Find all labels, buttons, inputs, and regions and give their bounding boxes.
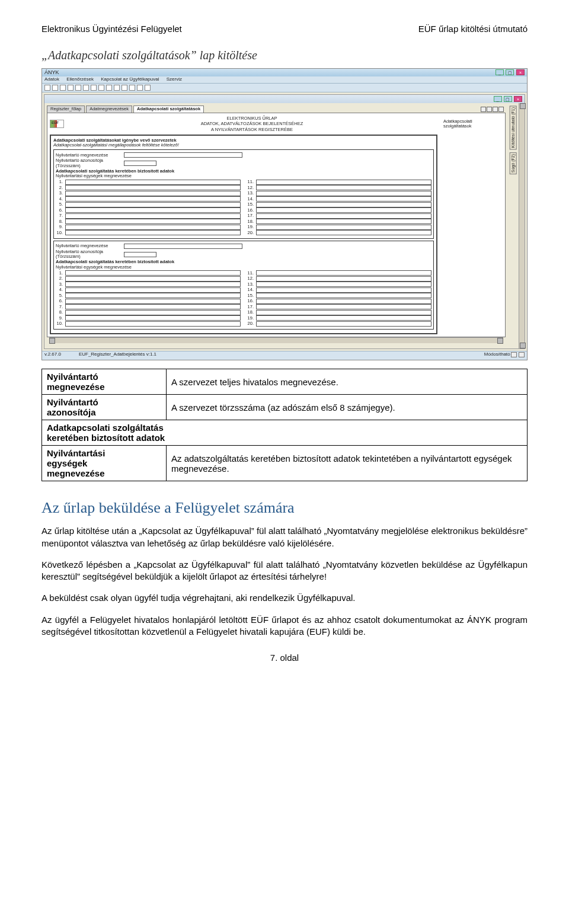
grid-input[interactable] bbox=[256, 287, 431, 293]
input-azonosito[interactable] bbox=[124, 161, 156, 166]
grid-input[interactable] bbox=[65, 225, 241, 230]
grid-input[interactable] bbox=[256, 293, 431, 298]
tbl-value: A szervezet teljes hivatalos megnevezése… bbox=[167, 369, 528, 395]
grid-input[interactable] bbox=[256, 315, 431, 321]
grid-input[interactable] bbox=[256, 282, 431, 287]
grid-input[interactable] bbox=[256, 270, 431, 276]
grid-input[interactable] bbox=[256, 213, 431, 219]
tbl-label: Nyilvántartó megnevezése bbox=[42, 369, 167, 395]
toolbar-icon[interactable] bbox=[44, 85, 50, 91]
grid-input[interactable] bbox=[65, 180, 241, 185]
grid-input[interactable] bbox=[65, 185, 241, 190]
grid-input[interactable] bbox=[65, 310, 241, 315]
grid-input[interactable] bbox=[256, 191, 431, 196]
form-right-2: szolgáltatások bbox=[443, 124, 503, 129]
maximize-icon[interactable]: ▢ bbox=[506, 69, 514, 75]
grid-input[interactable] bbox=[256, 196, 431, 202]
toolbar-icon[interactable] bbox=[60, 85, 66, 91]
grid-input[interactable] bbox=[256, 299, 431, 304]
toolbar-icon[interactable] bbox=[83, 85, 89, 91]
input-megnevezes[interactable] bbox=[124, 244, 242, 249]
grid-input[interactable] bbox=[65, 196, 241, 202]
form-content: ELEKTRONIKUS ŰRLAP ADATOK, ADATVÁLTOZÁSO… bbox=[47, 113, 506, 338]
grid-input[interactable] bbox=[65, 219, 241, 224]
grid-input[interactable] bbox=[256, 230, 431, 235]
grid-input[interactable] bbox=[256, 207, 431, 213]
toolbar-icon[interactable] bbox=[106, 85, 112, 91]
grid-input[interactable] bbox=[256, 225, 431, 230]
label-torzsszam: (Törzsszám) bbox=[56, 164, 121, 168]
grid-list: 1.2.3.4.5.6.7.8.9.10.11.12.13.14.15.16.1… bbox=[56, 179, 431, 236]
menu-kapcsolat[interactable]: Kapcsolat az Ügyfélkapuval bbox=[101, 76, 159, 82]
tab-adatmegnevezesek[interactable]: Adatmegnevezések bbox=[86, 105, 132, 112]
status-file: EUF_Regiszter_Adatbejelentés v:1.1 bbox=[61, 352, 484, 359]
grid-input[interactable] bbox=[65, 276, 241, 282]
description-table: Nyilvántartó megnevezése A szervezet tel… bbox=[41, 369, 528, 481]
inner-maximize-icon[interactable]: ▢ bbox=[504, 96, 512, 102]
status-state: Módosítható bbox=[484, 352, 510, 359]
label-egysegek: Nyilvántartási egységek megnevezése bbox=[56, 174, 431, 178]
grid-input[interactable] bbox=[65, 207, 241, 213]
toolbar-icon[interactable] bbox=[68, 85, 73, 91]
input-megnevezes[interactable] bbox=[124, 152, 242, 158]
close-icon[interactable]: × bbox=[516, 69, 525, 75]
doc-header-right: EÜF űrlap kitöltési útmutató bbox=[418, 24, 528, 34]
grid-input[interactable] bbox=[65, 293, 241, 298]
grid-input[interactable] bbox=[256, 304, 431, 309]
toolbar bbox=[42, 83, 527, 92]
side-tab-utmutato[interactable]: Kitöltési útmutató (F1) bbox=[510, 105, 517, 149]
grid-input[interactable] bbox=[65, 202, 241, 207]
menu-adatok[interactable]: Adatok bbox=[44, 76, 59, 82]
menu-szerviz[interactable]: Szerviz bbox=[167, 76, 182, 82]
grid-input[interactable] bbox=[256, 202, 431, 207]
toolbar-icon[interactable] bbox=[137, 85, 143, 91]
toolbar-icon[interactable] bbox=[91, 85, 97, 91]
grid-input[interactable] bbox=[256, 219, 431, 224]
grid-input[interactable] bbox=[65, 315, 241, 321]
grid-input[interactable] bbox=[65, 191, 241, 196]
grid-input[interactable] bbox=[65, 299, 241, 304]
grid-input[interactable] bbox=[65, 321, 241, 327]
tab-adatkapcsolati[interactable]: Adatkapcsolati szolgáltatások bbox=[133, 105, 204, 112]
form-heading-3: A NYILVÁNTARTÁSOK REGISZTERÉBE bbox=[66, 127, 437, 133]
nav-next-icon[interactable] bbox=[493, 107, 498, 112]
grid-input[interactable] bbox=[256, 180, 431, 185]
vertical-scrollbar[interactable] bbox=[519, 103, 525, 349]
grid-input[interactable] bbox=[256, 321, 431, 327]
horizontal-scrollbar[interactable] bbox=[49, 337, 503, 343]
section-note: Adatkapcsolat-szolgáltatási megállapodás… bbox=[53, 143, 434, 148]
toolbar-icon[interactable] bbox=[129, 85, 135, 91]
grid-input[interactable] bbox=[256, 276, 431, 282]
nav-first-icon[interactable] bbox=[481, 107, 486, 112]
grid-input[interactable] bbox=[65, 213, 241, 219]
doc-header-left: Elektronikus Ügyintézési Felügyelet bbox=[41, 24, 182, 34]
tbl-value: A szervezet törzsszáma (az adószám első … bbox=[167, 395, 528, 420]
nav-last-icon[interactable] bbox=[498, 107, 504, 112]
grid-input[interactable] bbox=[65, 304, 241, 309]
input-azonosito[interactable] bbox=[124, 252, 156, 257]
grid-input[interactable] bbox=[256, 185, 431, 190]
grid-list: 1.2.3.4.5.6.7.8.9.10.11.12.13.14.15.16.1… bbox=[56, 270, 431, 327]
label-egysegek: Nyilvántartási egységek megnevezése bbox=[56, 265, 431, 270]
grid-input[interactable] bbox=[65, 270, 241, 276]
grid-input[interactable] bbox=[65, 282, 241, 287]
toolbar-icon[interactable] bbox=[75, 85, 81, 91]
menu-ellenorzesek[interactable]: Ellenőrzések bbox=[66, 76, 94, 82]
body-paragraph: A beküldést csak olyan ügyfél tudja végr… bbox=[41, 592, 528, 604]
side-tab-sugo[interactable]: Súgó (F2) bbox=[510, 152, 517, 174]
tbl-value: Az adatszolgáltatás keretében biztosítot… bbox=[167, 446, 528, 481]
inner-minimize-icon[interactable]: _ bbox=[494, 96, 502, 102]
toolbar-icon[interactable] bbox=[52, 85, 58, 91]
tab-regiszter-folap[interactable]: Regiszter_főlap bbox=[47, 105, 85, 112]
minimize-icon[interactable]: _ bbox=[496, 69, 504, 75]
nav-prev-icon[interactable] bbox=[487, 107, 492, 112]
inner-close-icon[interactable]: × bbox=[514, 96, 522, 102]
grid-input[interactable] bbox=[256, 310, 431, 315]
toolbar-icon[interactable] bbox=[98, 85, 104, 91]
grid-input[interactable] bbox=[65, 230, 241, 235]
toolbar-icon[interactable] bbox=[145, 85, 151, 91]
toolbar-icon[interactable] bbox=[114, 85, 120, 91]
body-paragraph: Az űrlap kitöltése után a „Kapcsolat az … bbox=[41, 525, 528, 549]
grid-input[interactable] bbox=[65, 287, 241, 293]
toolbar-icon[interactable] bbox=[122, 85, 127, 91]
